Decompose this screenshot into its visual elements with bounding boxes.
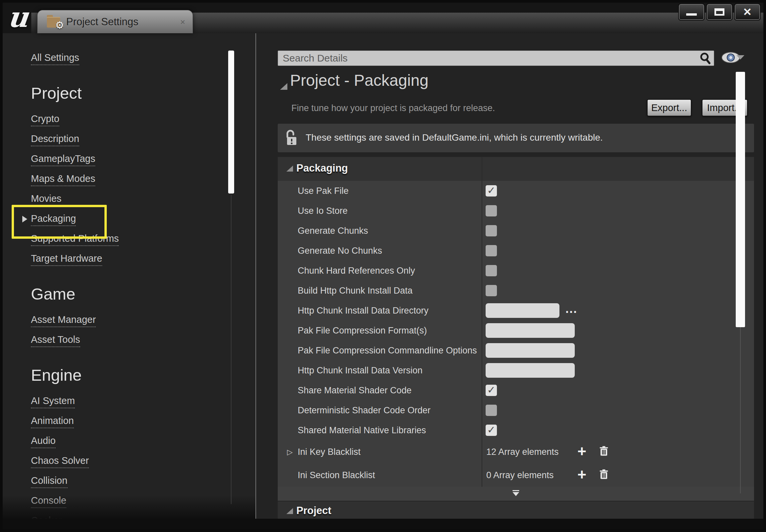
setting-value-cell [482,261,754,281]
checkbox[interactable] [486,285,497,296]
sidebar-item-ai-system[interactable]: AI System [31,392,255,412]
settings-row: ▷Ini Key Blacklist12 Array elements+ [278,440,754,464]
minimize-button[interactable] [679,4,704,20]
tab-project-settings[interactable]: ⚙ Project Settings × [37,10,193,33]
checkbox[interactable] [486,245,497,256]
checkbox[interactable]: ✓ [486,385,497,396]
text-field[interactable] [486,303,560,318]
setting-label: Generate Chunks [298,226,368,236]
maximize-button[interactable] [707,4,732,20]
expand-advanced-button[interactable] [278,487,754,501]
chevron-down-icon[interactable] [736,55,744,60]
settings-row: Deterministic Shader Code Order [278,400,754,420]
sidebar-item-animation[interactable]: Animation [31,412,255,432]
maximize-icon [714,8,724,16]
sidebar-item-asset-tools[interactable]: Asset Tools [31,331,255,350]
search-icon [699,52,712,65]
sidebar-item-label: Collision [31,475,67,488]
settings-row: Http Chunk Install Data Version [278,360,754,380]
close-button[interactable]: ✕ [735,4,760,20]
settings-row: Use Pak File✓ [278,181,754,201]
setting-label: Use Io Store [298,206,347,216]
delete-elements-button[interactable] [599,446,608,458]
setting-label-cell: Generate Chunks [278,221,482,241]
add-element-button[interactable]: + [577,467,586,482]
sidebar-item-asset-manager[interactable]: Asset Manager [31,311,255,331]
setting-value-cell [482,400,754,420]
sidebar-item-label: Crypto [31,114,59,126]
column-divider[interactable] [482,157,482,487]
sidebar-section-title-project: Project [31,78,255,110]
sidebar-item-description[interactable]: Description [31,130,255,150]
sidebar-item-chaos-solver[interactable]: Chaos Solver [31,452,255,471]
collapse-section-icon[interactable] [286,166,293,172]
search-input[interactable] [278,51,714,66]
sidebar-item-maps-modes[interactable]: Maps & Modes [31,170,255,190]
config-file-infobar: These settings are saved in DefaultGame.… [278,124,754,152]
expand-advanced-icon [513,490,519,496]
section-header-project[interactable]: Project [278,501,754,519]
checkbox[interactable] [486,205,497,216]
check-icon: ✓ [487,424,495,436]
setting-label-cell: Use Io Store [278,201,482,221]
section-header-packaging[interactable]: Packaging [278,157,754,181]
checkbox[interactable] [486,405,497,416]
sidebar-item-label: Console [31,495,66,508]
checkbox[interactable] [486,265,497,276]
close-icon: ✕ [743,7,752,17]
settings-row: Generate No Chunks [278,241,754,261]
sidebar-item-label: Asset Manager [31,315,96,327]
sidebar-item-movies[interactable]: Movies [31,190,255,209]
browse-ellipsis-button[interactable]: ... [566,302,577,316]
add-element-button[interactable]: + [577,444,586,459]
settings-row: Build Http Chunk Install Data [278,281,754,301]
sidebar-item-supported-platforms[interactable]: Supported Platforms [31,229,255,249]
sidebar-scrollbar-track[interactable] [231,195,231,504]
sidebar-scrollbar[interactable] [228,51,234,194]
setting-label: Use Pak File [298,186,348,196]
sidebar-item-label: Supported Platforms [31,233,119,246]
titlebar: u ⚙ Project Settings × ✕ [3,3,763,33]
sidebar-item-packaging[interactable]: Packaging [31,209,255,229]
text-field[interactable] [486,323,575,338]
sidebar-item-all-settings[interactable]: All Settings [31,49,255,68]
checkbox[interactable] [486,225,497,236]
setting-value-cell [482,201,754,221]
collapse-section-icon[interactable] [280,83,287,90]
checkbox[interactable]: ✓ [486,425,497,436]
text-field[interactable] [486,363,575,378]
expand-arrow-icon[interactable]: ▷ [287,448,293,456]
setting-label: Ini Section Blacklist [298,470,375,480]
sidebar-item-collision[interactable]: Collision [31,471,255,491]
setting-label-cell: Pak File Compression Commandline Options [278,340,482,360]
setting-label: Shared Material Native Libraries [298,425,426,436]
config-file-message: These settings are saved in DefaultGame.… [306,132,603,143]
tab-close-icon[interactable]: × [180,17,185,27]
delete-elements-button[interactable] [599,469,608,481]
collapse-section-icon[interactable] [286,508,293,514]
text-field[interactable] [486,343,575,358]
sidebar-item-target-hardware[interactable]: Target Hardware [31,249,255,269]
sidebar-item-crypto[interactable]: Crypto [31,110,255,130]
window-controls: ✕ [679,4,760,20]
setting-label-cell: Share Material Shader Code [278,380,482,400]
sidebar-item-label: Packaging [31,213,76,226]
sidebar-item-audio[interactable]: Audio [31,432,255,452]
sidebar-item-gameplaytags[interactable]: GameplayTags [31,150,255,170]
main-scrollbar[interactable] [736,72,745,327]
export-button[interactable]: Export... [647,99,692,116]
settings-row: Use Io Store [278,201,754,221]
sidebar-section-title-game: Game [31,279,255,311]
section-title: Packaging [296,162,348,174]
sidebar-item-cooker[interactable]: Cooker [31,511,255,519]
sidebar-item-console[interactable]: Console [31,491,255,511]
settings-row: Ini Section Blacklist0 Array elements+ [278,464,754,487]
check-icon: ✓ [487,185,495,196]
checkbox[interactable]: ✓ [486,185,497,197]
setting-label: Generate No Chunks [298,246,382,256]
setting-label-cell: Http Chunk Install Data Version [278,360,482,380]
sidebar-main-divider [255,33,256,519]
expander-right-icon [22,216,27,222]
main-scrollbar-track[interactable] [740,327,741,493]
setting-value-cell: ... [482,301,754,321]
